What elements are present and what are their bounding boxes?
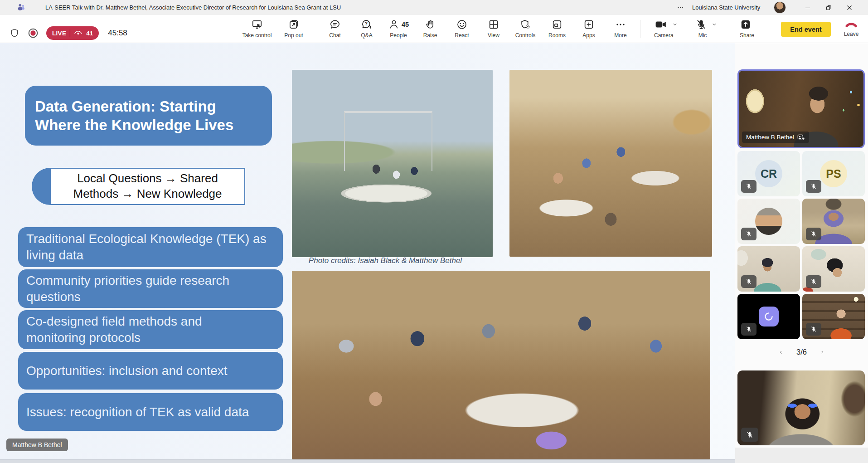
status-group: LIVE 41 45:58 [9,26,127,40]
active-speaker-tile[interactable]: Matthew B Bethel [737,69,865,148]
loop-glyph-icon [763,311,775,322]
camera-icon[interactable] [654,19,668,30]
slide-callout: Local Questions → Shared Methods → New K… [50,168,245,205]
pop-out-button[interactable]: Pop out [278,15,310,43]
leave-phone-icon [844,19,858,29]
apps-button[interactable]: Apps [573,15,605,43]
elapsed-timer: 45:58 [108,29,127,38]
mic-off-icon [810,183,817,190]
speaker-name: Matthew B Bethel [746,134,794,141]
meeting-toolbar: LIVE 41 45:58 Take control [0,15,868,43]
camera-group: Camera [654,15,678,39]
controls-button[interactable]: Controls [509,15,541,43]
mic-muted-badge [741,180,756,193]
close-button[interactable] [839,0,860,15]
security-shield-icon [9,28,20,39]
more-button[interactable]: More [605,15,636,43]
rooms-button[interactable]: Rooms [541,15,573,43]
mic-off-icon [745,230,752,238]
participant-tile-app[interactable] [737,294,800,339]
window-title: LA-SEER Talk with Dr. Matthew Bethel, As… [45,0,341,15]
end-event-button[interactable]: End event [781,22,831,37]
viewer-count: 41 [86,30,93,37]
photo-community-workshop [509,70,712,257]
controls-shield-gear-icon [519,19,531,30]
share-icon[interactable] [740,19,752,30]
react-smiley-icon [456,19,468,30]
callout-text: Local Questions → Shared Methods → New K… [50,168,245,205]
participant-tile-initials[interactable]: CR [737,151,800,196]
close-icon [846,5,853,11]
mic-off-icon [810,230,817,238]
people-count-badge: 45 [402,21,409,28]
minimize-button[interactable] [797,0,818,15]
previous-page-chevron-icon[interactable] [777,349,785,356]
participant-tile-initials[interactable]: PS [802,151,865,196]
mic-off-icon [745,278,752,285]
mic-muted-badge [806,180,821,193]
mic-off-icon [810,326,817,333]
view-grid-icon [488,19,499,30]
mic-muted-badge [806,228,821,240]
camera-label: Camera [654,32,669,39]
mic-options-chevron-icon[interactable] [711,21,718,28]
leave-button[interactable]: Leave [837,15,865,43]
restore-icon [825,5,832,11]
participants-sidebar: Matthew B Bethel CR PS [735,43,868,463]
more-ellipsis-icon [615,19,626,30]
mic-muted-icon[interactable] [695,19,707,30]
participant-tile-avatar[interactable] [737,199,800,244]
next-page-chevron-icon[interactable] [819,349,826,356]
raise-hand-button[interactable]: Raise [414,15,446,43]
boat-canopy-frame [344,111,432,171]
spotlight-icon [797,134,805,141]
mic-label: Mic [695,32,710,39]
slide-title: Data Generation: Starting Where the Know… [25,86,272,146]
mic-muted-badge [741,275,756,288]
mic-off-icon [810,278,817,285]
participant-tile-video[interactable] [802,199,865,244]
photo-boat-fieldwork [292,70,493,257]
people-icon [388,19,400,30]
minimize-icon [805,5,811,11]
toolbar-separator [640,20,640,38]
chat-button[interactable]: Chat [319,15,351,43]
participant-tile-video[interactable] [802,294,865,339]
control-cluster-b: Chat ? Q&A 45 People [319,15,636,43]
control-cluster-a: Take control Pop out [236,15,310,43]
qa-button[interactable]: ? Q&A [351,15,383,43]
view-button[interactable]: View [478,15,509,43]
speaker-name-tag: Matthew B Bethel [742,132,809,143]
take-control-button[interactable]: Take control [236,15,278,43]
user-avatar[interactable] [774,1,786,14]
mic-muted-badge [741,228,756,240]
participant-avatar-photo [755,208,782,235]
participant-tile-video[interactable] [802,246,865,292]
participant-initials: CR [755,160,782,187]
self-view-tile[interactable] [737,370,865,445]
live-badge: LIVE 41 [46,26,99,40]
slide-bullet: Co-designed field methods and monitoring… [18,310,283,349]
camera-options-chevron-icon[interactable] [672,21,678,28]
ellipsis-icon [676,4,684,12]
slide-bullet: Traditional Ecological Knowledge (TEK) a… [18,227,283,267]
presenter-name-overlay: Matthew B Bethel [6,439,68,451]
participant-tile-video[interactable] [737,246,800,292]
mic-muted-badge [741,428,758,442]
raise-hand-icon [424,19,436,30]
mic-off-icon [745,326,752,333]
pop-out-icon [288,19,300,30]
mic-off-icon [745,183,752,190]
people-button[interactable]: 45 People [383,15,414,43]
leave-label: Leave [844,31,859,37]
react-button[interactable]: React [446,15,478,43]
restore-button[interactable] [818,0,839,15]
sidebar-bottom-area [735,448,868,463]
share-label: Share [740,32,754,39]
organization-name[interactable]: Louisiana State University [692,0,760,15]
recording-indicator-icon [27,27,39,39]
share-group: Share [740,15,754,39]
titlebar-more-button[interactable] [674,3,686,12]
title-bar: LA-SEER Talk with Dr. Matthew Bethel, As… [0,0,868,15]
stage-bottom-bar [0,459,735,463]
